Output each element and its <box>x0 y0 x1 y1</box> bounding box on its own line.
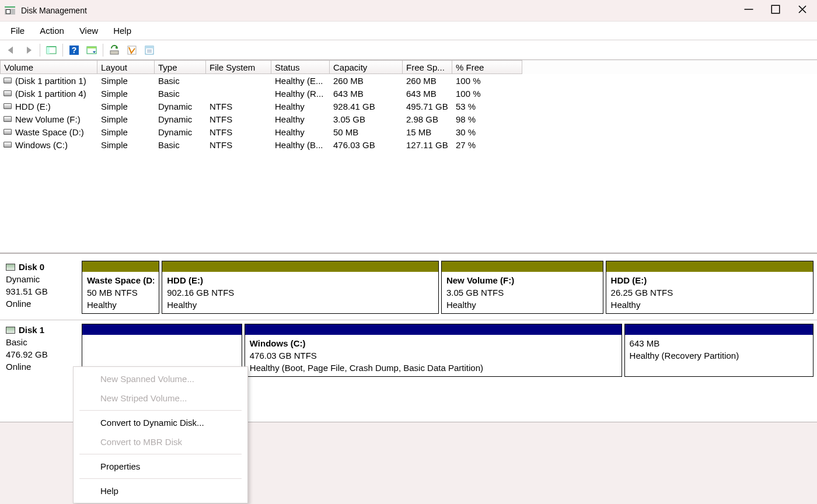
volume-free: 643 MB <box>403 89 452 99</box>
disk-name: Disk 0 <box>19 262 44 272</box>
volume-row[interactable]: Waste Space (D:)SimpleDynamicNTFSHealthy… <box>0 125 817 138</box>
col-type[interactable]: Type <box>155 60 206 74</box>
minimize-button[interactable] <box>735 1 762 18</box>
volume-row[interactable]: (Disk 1 partition 4)SimpleBasicHealthy (… <box>0 87 817 100</box>
partition-health: Healthy <box>167 299 434 311</box>
volume-capacity: 3.05 GB <box>330 114 403 124</box>
disk-header[interactable]: Disk 1Basic476.92 GBOnline <box>4 324 79 377</box>
partition-name: New Volume (F:) <box>446 274 598 286</box>
back-button[interactable] <box>2 43 20 58</box>
volume-capacity: 50 MB <box>330 127 403 137</box>
volume-type: Dynamic <box>155 114 206 124</box>
volume-status: Healthy <box>271 127 330 137</box>
volume-icon <box>4 116 12 122</box>
window-title: Disk Management <box>21 6 735 15</box>
volume-layout: Simple <box>97 76 155 86</box>
volume-type: Basic <box>155 140 206 150</box>
volume-row[interactable]: New Volume (F:)SimpleDynamicNTFSHealthy3… <box>0 113 817 125</box>
rescan-disks-button[interactable] <box>123 43 141 58</box>
volume-free: 260 MB <box>403 76 452 86</box>
partition-health: Healthy (Boot, Page File, Crash Dump, Ba… <box>250 362 617 374</box>
menu-bar: File Action View Help <box>0 21 817 40</box>
volume-icon <box>4 142 12 148</box>
volume-name: (Disk 1 partition 4) <box>15 89 86 99</box>
volume-layout: Simple <box>97 127 155 137</box>
menu-file[interactable]: File <box>4 23 32 38</box>
volume-icon <box>4 78 12 83</box>
partition-stripe <box>162 261 438 272</box>
svg-rect-7 <box>110 51 118 54</box>
menu-help[interactable]: Help <box>106 23 138 38</box>
partition-health: Healthy <box>611 299 808 311</box>
forward-button[interactable] <box>20 43 37 58</box>
menu-action[interactable]: Action <box>33 23 71 38</box>
disk-size: 931.51 GB <box>6 285 79 298</box>
partition-stripe <box>245 324 622 335</box>
volume-list-header: Volume Layout Type File System Status Ca… <box>0 60 817 74</box>
volume-row[interactable]: Windows (C:)SimpleBasicNTFSHealthy (B...… <box>0 138 817 151</box>
volume-pctfree: 98 % <box>452 114 522 124</box>
disk-header[interactable]: Disk 0Dynamic931.51 GBOnline <box>4 261 79 314</box>
title-bar: Disk Management <box>0 0 817 21</box>
svg-rect-6 <box>87 47 96 48</box>
volume-layout: Simple <box>97 140 155 150</box>
volume-icon <box>4 90 12 96</box>
partition[interactable]: HDD (E:)26.25 GB NTFSHealthy <box>606 261 813 314</box>
partition-stripe <box>606 261 813 272</box>
context-menu-item: Convert to MBR Disk <box>74 432 247 452</box>
volume-free: 2.98 GB <box>403 114 452 124</box>
volume-row[interactable]: HDD (E:)SimpleDynamicNTFSHealthy928.41 G… <box>0 100 817 113</box>
partition[interactable]: Windows (C:)476.03 GB NTFSHealthy (Boot,… <box>245 324 622 377</box>
svg-rect-10 <box>145 46 153 48</box>
partition-name: HDD (E:) <box>167 274 434 286</box>
col-status[interactable]: Status <box>271 60 330 74</box>
volume-status: Healthy <box>271 114 330 124</box>
partition-stripe <box>82 324 242 335</box>
disk-row: Disk 0Dynamic931.51 GBOnlineWaste Space … <box>0 257 817 320</box>
action-list-button[interactable] <box>83 43 100 58</box>
col-layout[interactable]: Layout <box>97 60 155 74</box>
volume-capacity: 928.41 GB <box>330 102 403 111</box>
partition-name: HDD (E:) <box>611 274 808 286</box>
volume-pctfree: 30 % <box>452 127 522 137</box>
disk-icon <box>6 264 15 271</box>
context-menu-item[interactable]: Help <box>74 481 247 501</box>
volume-pctfree: 27 % <box>452 140 522 150</box>
partition-health: Healthy <box>446 299 598 311</box>
close-button[interactable] <box>789 1 816 18</box>
properties-button[interactable] <box>141 43 158 58</box>
partition-health: Healthy (Recovery Partition) <box>630 349 808 362</box>
volume-row[interactable]: (Disk 1 partition 1)SimpleBasicHealthy (… <box>0 74 817 87</box>
toolbar-separator <box>40 44 40 57</box>
refresh-button[interactable] <box>106 43 123 58</box>
col-pctfree[interactable]: % Free <box>452 60 522 74</box>
partition-info: 643 MB <box>630 337 808 349</box>
col-volume[interactable]: Volume <box>0 60 97 74</box>
volume-list: Volume Layout Type File System Status Ca… <box>0 60 817 253</box>
partition-health: Healthy <box>87 299 154 311</box>
maximize-button[interactable] <box>762 1 789 18</box>
help-button[interactable]: ? <box>65 43 83 58</box>
partition[interactable]: 643 MBHealthy (Recovery Partition) <box>624 324 813 377</box>
disk-state: Online <box>6 360 79 373</box>
volume-layout: Simple <box>97 102 155 111</box>
volume-fs: NTFS <box>206 114 271 124</box>
partition[interactable]: Waste Space (D:)50 MB NTFSHealthy <box>82 261 159 314</box>
svg-text:?: ? <box>72 46 77 55</box>
col-capacity[interactable]: Capacity <box>330 60 403 74</box>
menu-view[interactable]: View <box>72 23 105 38</box>
volume-layout: Simple <box>97 89 155 99</box>
volume-pctfree: 100 % <box>452 76 522 86</box>
col-freespace[interactable]: Free Sp... <box>403 60 452 74</box>
partition[interactable]: New Volume (F:)3.05 GB NTFSHealthy <box>441 261 603 314</box>
context-menu-separator <box>79 410 242 411</box>
volume-free: 15 MB <box>403 127 452 137</box>
disk-type: Basic <box>6 336 79 348</box>
partition-info: 50 MB NTFS <box>87 286 154 299</box>
volume-type: Basic <box>155 76 206 86</box>
col-filesystem[interactable]: File System <box>206 60 271 74</box>
context-menu-item[interactable]: Convert to Dynamic Disk... <box>74 413 247 432</box>
context-menu-item[interactable]: Properties <box>74 457 247 476</box>
show-hide-console-tree-button[interactable] <box>43 43 60 58</box>
partition[interactable]: HDD (E:)902.16 GB NTFSHealthy <box>162 261 439 314</box>
